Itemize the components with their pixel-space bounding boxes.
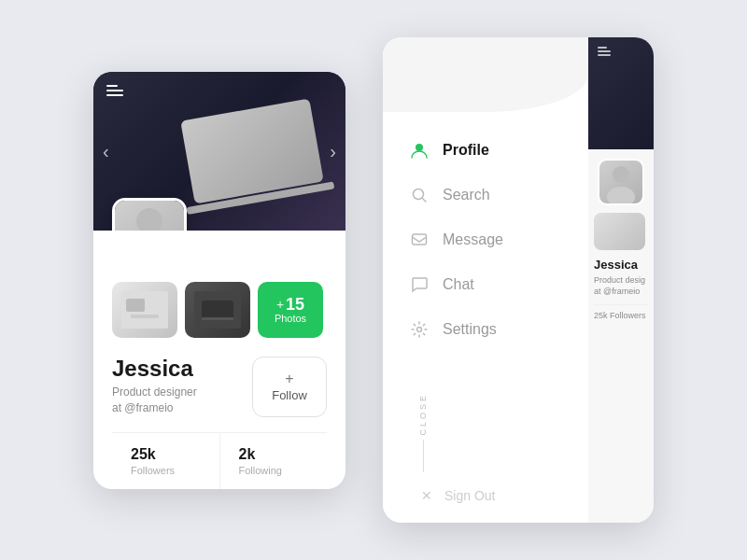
menu-message-label: Message xyxy=(443,231,503,248)
plus-sign: + xyxy=(276,297,284,312)
chevron-right-icon[interactable]: › xyxy=(330,140,336,161)
chevron-left-icon[interactable]: ‹ xyxy=(103,140,109,161)
sign-out-label: Sign Out xyxy=(444,488,495,503)
svg-rect-10 xyxy=(413,234,427,245)
settings-icon xyxy=(409,319,430,340)
svg-point-9 xyxy=(414,189,424,200)
sign-out-row[interactable]: ✕ Sign Out xyxy=(411,487,495,504)
menu-card: Profile Search xyxy=(383,37,654,523)
menu-search-label: Search xyxy=(443,187,490,203)
avatar xyxy=(112,198,187,231)
svg-point-0 xyxy=(136,208,162,231)
svg-point-12 xyxy=(613,166,629,183)
follow-button[interactable]: + Follow xyxy=(252,357,327,417)
profile-text: Jessica Product designer at @frameio xyxy=(112,357,197,416)
following-value: 2k xyxy=(239,446,309,463)
followers-stat: 25k Followers xyxy=(112,433,220,489)
profile-body: + 15 Photos Jessica Product designer at … xyxy=(93,231,345,489)
avatar-image xyxy=(115,201,184,231)
peek-content: Jessica Product desig at @frameio 25k Fo… xyxy=(588,205,654,523)
photos-count: 15 xyxy=(286,296,304,313)
svg-rect-3 xyxy=(126,299,145,312)
photos-label: Photos xyxy=(275,313,306,324)
menu-item-search[interactable]: Search xyxy=(402,175,570,215)
following-stat: 2k Following xyxy=(220,433,328,489)
search-icon xyxy=(409,185,430,205)
svg-point-11 xyxy=(417,328,422,332)
peek-bio: Product desig at @frameio xyxy=(594,275,648,297)
message-icon xyxy=(409,230,430,250)
profile-card: ‹ › xyxy=(93,72,345,489)
profile-name: Jessica xyxy=(112,357,197,381)
photo-grid: + 15 Photos xyxy=(112,282,327,338)
menu-close-section: CLOSE ✕ Sign Out xyxy=(383,374,588,523)
peek-avatar xyxy=(598,159,644,205)
hamburger-menu-icon[interactable] xyxy=(106,85,123,96)
svg-point-13 xyxy=(607,187,635,203)
profile-peek: Jessica Product desig at @frameio 25k Fo… xyxy=(588,37,654,523)
menu-top-arc xyxy=(383,37,588,112)
svg-point-8 xyxy=(416,144,423,151)
profile-bio: Product designer at @frameio xyxy=(112,385,197,416)
svg-rect-7 xyxy=(202,317,233,320)
follow-label: Follow xyxy=(272,388,307,402)
following-label: Following xyxy=(239,465,309,476)
followers-value: 25k xyxy=(131,446,201,463)
peek-name: Jessica xyxy=(594,258,648,272)
menu-item-settings[interactable]: Settings xyxy=(402,310,570,349)
peek-hamburger-icon xyxy=(598,47,611,56)
followers-label: Followers xyxy=(131,465,201,476)
menu-chat-label: Chat xyxy=(443,276,474,293)
menu-profile-label: Profile xyxy=(443,142,489,159)
peek-cover xyxy=(588,37,654,149)
stats-row: 25k Followers 2k Following xyxy=(112,432,327,489)
menu-panel: Profile Search xyxy=(383,37,588,523)
follow-plus-icon: + xyxy=(285,371,293,386)
peek-photo-thumb xyxy=(594,213,645,250)
profile-info: Jessica Product designer at @frameio + F… xyxy=(112,357,327,417)
menu-items: Profile Search xyxy=(383,121,588,374)
svg-rect-4 xyxy=(131,315,159,318)
close-line xyxy=(423,440,424,472)
photo-thumb-1[interactable] xyxy=(112,282,177,338)
cover-image: ‹ › xyxy=(93,72,345,231)
menu-settings-label: Settings xyxy=(443,321,497,338)
x-icon: ✕ xyxy=(418,487,435,504)
more-photos-button[interactable]: + 15 Photos xyxy=(258,282,323,338)
close-label: CLOSE xyxy=(418,393,428,436)
peek-stats: 25k Followers xyxy=(594,304,648,320)
menu-item-chat[interactable]: Chat xyxy=(402,265,570,304)
chat-icon xyxy=(409,274,430,295)
profile-icon xyxy=(409,140,430,161)
photo-thumb-2[interactable] xyxy=(185,282,250,338)
svg-rect-6 xyxy=(202,301,233,319)
cover-laptop-decoration xyxy=(180,98,324,203)
menu-item-profile[interactable]: Profile xyxy=(402,131,570,170)
menu-item-message[interactable]: Message xyxy=(402,220,570,259)
